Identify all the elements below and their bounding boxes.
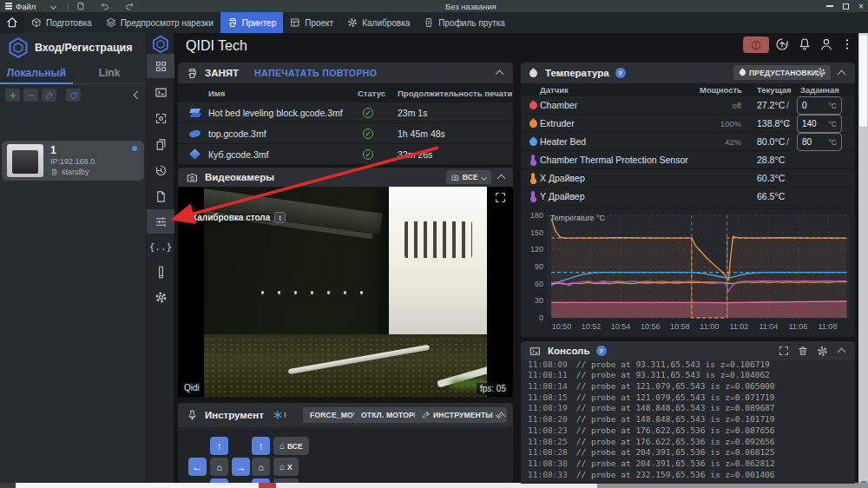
home-z-button[interactable]: ⌂ [252,458,270,476]
home-button[interactable] [0,12,24,33]
maximize-button[interactable] [838,0,852,12]
device-card[interactable]: 1 IP:192.168.0. standby [2,141,144,181]
table-row[interactable]: top.gcode.3mf ✓ 1h 45m 48s [178,123,513,144]
gcode-icon[interactable] [150,186,171,207]
tune-icon[interactable] [150,211,171,232]
dashboard-icon[interactable] [150,56,171,76]
target-input[interactable]: 80°C [797,133,842,151]
move-x-minus-button[interactable]: ← [188,458,207,476]
home-all-button[interactable]: ⌂ВСЕ [273,437,309,455]
refresh-devices-button[interactable] [66,89,81,102]
col-current: Текущая [757,85,792,95]
tab-gear[interactable]: Калибровка [340,12,417,33]
fullscreen-icon[interactable] [495,192,506,203]
sensor-name: Extruder [540,118,575,129]
gear-icon[interactable] [817,346,828,357]
new-file-icon[interactable] [76,2,85,10]
target-input[interactable]: 140°C [797,115,842,133]
sensor-current: 27.2°C [757,100,785,110]
sensor-name: Chamber Thermal Protection Sensor [540,155,688,165]
tab-prepare[interactable]: Подготовка [24,12,99,33]
edit-device-button[interactable] [42,89,56,102]
camera-select-button[interactable]: ВСЕ [446,170,491,184]
console-icon[interactable] [150,82,171,102]
account-icon[interactable] [819,37,833,51]
add-device-button[interactable] [5,89,20,102]
table-row[interactable]: Hot bed leveling block.gcode.3mf ✓ 23m 1… [178,102,513,123]
job-panel: ЗАНЯТ НАПЕЧАТАТЬ ПОВТОРНО Имя Статус Про… [178,63,513,165]
tab-spool[interactable]: Профиль прутка [417,12,512,33]
files-icon[interactable] [150,134,171,155]
table-row[interactable]: Куб.gcode.3mf ✓ 32m 26s [178,144,513,165]
tools-dropdown-button[interactable]: ИНСТРУМЕНТЫ [415,407,507,423]
collapse-panel-icon[interactable] [838,70,846,79]
tab-label: Профиль прутка [438,18,505,28]
collapse-panel-icon[interactable] [496,70,504,79]
move-z-plus-button[interactable]: ↑ [252,437,270,455]
home-xy-button[interactable]: ⌂ [210,458,228,476]
history-icon[interactable] [150,160,171,181]
device-status: standby [50,168,89,176]
tab-printer[interactable]: Принтер [220,12,283,33]
console-line: 11:08:25// probe at 176.622,65.536 is z=… [521,437,855,448]
notifications-icon[interactable] [798,37,812,51]
collapse-panel-icon[interactable] [497,175,506,183]
trash-icon[interactable] [798,346,808,356]
alert-mark: ! [284,411,286,419]
home-x-button[interactable]: ⌂X [273,458,299,476]
collapse-panel-icon[interactable] [838,348,846,357]
reprint-button[interactable]: НАПЕЧАТАТЬ ПОВТОРНО [254,68,377,78]
tab-local[interactable]: Локальный [0,67,73,79]
tooltip-shortcut-key: t [274,212,286,223]
login-header[interactable]: Вход/Регистрация [0,33,146,63]
device-name: 1 [50,144,56,156]
tab-link[interactable]: Link [73,67,146,79]
macros-icon[interactable]: {..} [150,236,171,257]
sensor-row[interactable]: Y Драйвер66.5°C [521,188,855,206]
sensor-row[interactable]: Chamber Thermal Protection Sensor28.8°C [521,151,855,169]
tab-project[interactable]: Проект [283,12,340,33]
presets-label: ПРЕДУСТАНОВКИ [749,69,817,77]
collapse-sidebar-icon[interactable] [134,91,142,100]
target-input[interactable]: 0°C [797,96,842,115]
undo-icon[interactable] [101,2,109,10]
sensor-row[interactable]: Heater Bed42%80.0°C/ 80°C [521,133,855,151]
chevron-down-icon [50,3,56,9]
move-y-plus-button[interactable]: ↑ [210,437,228,455]
scrollbar[interactable] [858,33,868,488]
help-icon[interactable]: ? [615,68,626,78]
scrollbar-thumb[interactable] [859,35,867,127]
help-icon[interactable]: ? [596,346,607,356]
settings-icon[interactable] [150,287,171,307]
minimize-button[interactable] [823,0,837,12]
tab-slice[interactable]: Предпросмотр нарезки [99,12,220,33]
more-menu-icon[interactable] [840,37,854,51]
printer-icon [227,17,238,28]
camera-icon [451,174,459,181]
slash: / [786,100,789,110]
expand-icon[interactable] [779,346,789,356]
sensor-row[interactable]: X Драйвер60.3°C [521,169,855,188]
console-line: 11:08:11// probe at 93.311,65.543 is z=0… [521,370,855,381]
device-icon[interactable] [150,261,171,282]
remove-device-button[interactable] [23,89,38,102]
svg-text:60: 60 [535,280,543,288]
tab-label: Калибровка [362,18,410,28]
move-x-plus-button[interactable]: → [232,458,250,476]
target-value: 140 [802,119,817,129]
console-log[interactable]: 11:08:08// probe at 65.543,65.543 is z=0… [521,354,855,484]
calibration-icon[interactable] [150,108,171,129]
sensor-row[interactable]: Extruder100%138.8°C/ 140°C [521,115,855,133]
redo-icon[interactable] [125,2,134,10]
file-menu[interactable]: Файл [5,2,56,11]
fps-label: fps: 05 [477,383,510,394]
close-button[interactable]: × [854,0,868,12]
sensor-row[interactable]: Chamberoff27.2°C/ 0°C [521,96,855,115]
check-update-icon[interactable] [775,37,789,51]
printer-icon [50,168,58,176]
gear-icon[interactable] [815,67,826,78]
emergency-stop-button[interactable] [743,36,769,53]
console-panel-header: Консоль ? [521,341,855,360]
svg-text:90: 90 [535,262,543,271]
webcam-panel: Видеокамеры ВСЕ Qidi [178,168,513,397]
